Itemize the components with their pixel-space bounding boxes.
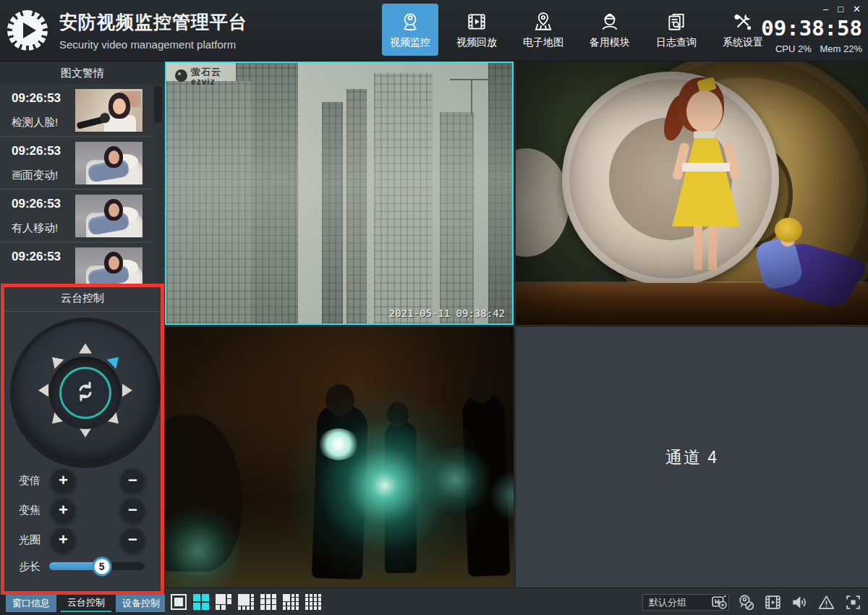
- layout-1-icon[interactable]: [171, 594, 187, 610]
- alarm-thumbnail: [75, 195, 142, 237]
- video-channel-4[interactable]: 通道 4: [516, 327, 868, 588]
- system-stats: CPU 2% Mem 22%: [775, 43, 862, 54]
- page-title: 安防视频监控管理平台: [59, 10, 247, 34]
- watermark-cn: 萤石云: [191, 67, 221, 77]
- ptz-up-button[interactable]: [79, 344, 92, 354]
- alarm-panel: 图文警情 09:26:53 检测人脸! 09:26:53 画面变动!: [0, 62, 165, 284]
- iris-open-button[interactable]: +: [51, 527, 76, 552]
- header: 安防视频监控管理平台 Security video management pla…: [0, 0, 868, 62]
- ptz-auto-scan-button[interactable]: [59, 367, 111, 419]
- alarm-item[interactable]: 09:26:53: [0, 242, 165, 284]
- nav-label: 备用模块: [590, 36, 630, 49]
- alarm-item[interactable]: 09:26:53 有人移动!: [0, 190, 165, 242]
- alarm-list: 09:26:53 检测人脸! 09:26:53 画面变动!: [0, 84, 165, 284]
- focus-in-button[interactable]: +: [51, 497, 76, 522]
- cpu-usage: CPU 2%: [775, 43, 812, 54]
- focus-out-button[interactable]: −: [120, 497, 145, 522]
- iris-row: 光圈 + −: [4, 527, 161, 553]
- layout-9-icon[interactable]: [260, 594, 276, 610]
- window-controls: – □ ✕: [823, 4, 861, 14]
- iris-label: 光圈: [19, 533, 41, 547]
- sidebar-tabs: 窗口信息 云台控制 设备控制: [0, 595, 165, 615]
- ezviz-watermark: 萤石云 ezviz: [191, 67, 221, 86]
- step-slider[interactable]: 5: [49, 562, 145, 570]
- watermark-en: ezviz: [191, 77, 221, 87]
- focus-row: 变焦 + −: [4, 497, 161, 523]
- zoom-row: 变倍 + −: [4, 467, 161, 493]
- title-block: 安防视频监控管理平台 Security video management pla…: [59, 10, 247, 51]
- audio-icon[interactable]: [791, 593, 809, 611]
- main-nav: 视频监控 视频回放: [382, 4, 771, 56]
- alarm-time: 09:26:53: [12, 250, 61, 264]
- page-subtitle: Security video management platform: [59, 38, 247, 51]
- app-window: 安防视频监控管理平台 Security video management pla…: [0, 0, 868, 615]
- alarm-item[interactable]: 09:26:53 画面变动!: [0, 137, 165, 190]
- alarm-info-icon[interactable]: [817, 593, 835, 611]
- video-channel-1-selected[interactable]: 萤石云 ezviz 2021-05-11 09:38:42: [165, 62, 514, 325]
- iris-close-button[interactable]: −: [120, 527, 145, 552]
- divider: [4, 311, 161, 312]
- nav-label: 电子地图: [523, 36, 563, 49]
- layout-8-icon[interactable]: [238, 594, 254, 610]
- tab-device-control[interactable]: 设备控制: [116, 595, 166, 612]
- video-grid: 萤石云 ezviz 2021-05-11 09:38:42: [165, 62, 868, 588]
- close-button[interactable]: ✕: [853, 4, 861, 14]
- ptz-panel: 云台控制: [1, 284, 164, 595]
- zoom-in-button[interactable]: +: [51, 467, 76, 493]
- scrollbar[interactable]: [153, 84, 163, 284]
- bottom-toolbar: 默认分组: [165, 588, 868, 615]
- step-slider-thumb[interactable]: 5: [92, 556, 111, 576]
- log-search-icon: [665, 11, 687, 33]
- camera-icon: [399, 11, 421, 33]
- film-play-icon: [466, 11, 488, 33]
- ptz-joystick: [14, 322, 156, 464]
- step-label: 步长: [19, 560, 41, 574]
- ptz-right-button[interactable]: [122, 384, 132, 397]
- fullscreen-icon[interactable]: [844, 593, 862, 611]
- nav-backup-module[interactable]: 备用模块: [582, 4, 638, 56]
- zoom-out-button[interactable]: −: [120, 467, 145, 493]
- layout-6-icon[interactable]: [216, 594, 231, 610]
- layout-13-icon[interactable]: [283, 594, 299, 610]
- tab-window-info[interactable]: 窗口信息: [6, 595, 56, 612]
- alarm-label: 检测人脸!: [12, 116, 58, 130]
- scrollbar-thumb[interactable]: [154, 85, 162, 123]
- alarm-item[interactable]: 09:26:53 检测人脸!: [0, 84, 165, 137]
- clock-block: – □ ✕ 09:38:58 CPU 2% Mem 22%: [768, 0, 862, 62]
- stream-switch-icon[interactable]: [710, 593, 728, 611]
- alarm-time: 09:26:53: [12, 197, 61, 211]
- zoom-label: 变倍: [19, 474, 41, 488]
- nav-label: 系统设置: [723, 36, 763, 49]
- maximize-button[interactable]: □: [838, 4, 843, 14]
- minimize-button[interactable]: –: [823, 4, 828, 14]
- alarm-label: 有人移动!: [12, 221, 58, 235]
- layout-16-icon[interactable]: [305, 594, 321, 610]
- video-channel-3[interactable]: [165, 327, 514, 588]
- alarm-thumbnail: [75, 247, 142, 284]
- nav-label: 日志查询: [656, 36, 697, 49]
- nav-label: 视频监控: [390, 36, 430, 49]
- nav-video-monitor[interactable]: 视频监控: [382, 4, 438, 56]
- nav-video-playback[interactable]: 视频回放: [448, 4, 505, 56]
- layout-switcher: [171, 594, 321, 610]
- sidebar: 图文警情 09:26:53 检测人脸! 09:26:53 画面变动!: [0, 62, 165, 615]
- video-timestamp: 2021-05-11 09:38:42: [389, 308, 505, 319]
- mem-usage: Mem 22%: [820, 43, 862, 54]
- video-channel-2[interactable]: [516, 62, 868, 325]
- app-logo-icon: [7, 10, 48, 51]
- ezviz-logo-icon: [175, 69, 187, 82]
- toolbar-right-icons: [710, 588, 862, 615]
- ptz-panel-title: 云台控制: [4, 287, 161, 310]
- nav-e-map[interactable]: 电子地图: [515, 4, 571, 56]
- nav-log-query[interactable]: 日志查询: [648, 4, 705, 56]
- layout-4-icon[interactable]: [193, 594, 209, 610]
- alarm-time: 09:26:53: [12, 91, 61, 106]
- tab-ptz-control[interactable]: 云台控制: [61, 595, 111, 612]
- map-pin-icon: [532, 11, 554, 33]
- step-row: 步长 5: [4, 554, 161, 580]
- worker-icon: [599, 11, 621, 33]
- ptz-disable-icon[interactable]: [737, 593, 755, 611]
- alarm-panel-title: 图文警情: [0, 62, 165, 85]
- ptz-left-button[interactable]: [38, 384, 48, 397]
- record-icon[interactable]: [764, 593, 782, 611]
